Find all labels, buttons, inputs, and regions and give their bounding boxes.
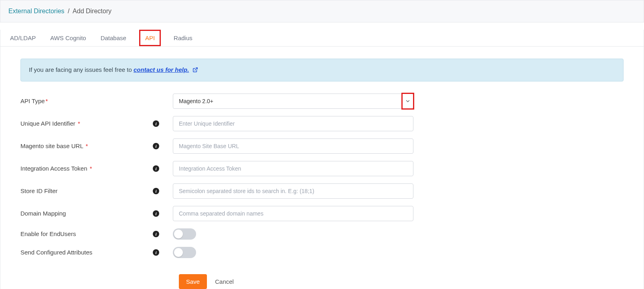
label-api-type: API Type* xyxy=(20,98,153,104)
tab-aws-cognito[interactable]: AWS Cognito xyxy=(49,30,87,46)
form-row-enable-endusers: Enable for EndUsers i xyxy=(20,228,624,240)
content-area: AD/LDAP AWS Cognito Database API Radius … xyxy=(0,30,644,289)
required-asterisk: * xyxy=(78,120,80,127)
enable-endusers-toggle[interactable] xyxy=(173,228,196,240)
api-type-select[interactable]: Magento 2.0+ xyxy=(173,94,413,109)
form-row-base-url: Magento site base URL * i xyxy=(20,138,624,154)
label-base-url-text: Magento site base URL xyxy=(20,142,83,149)
form-row-access-token: Integration Access Token * i xyxy=(20,161,624,176)
label-enable-endusers-text: Enable for EndUsers xyxy=(20,230,76,237)
label-unique-identifier: Unique API Identifier * xyxy=(20,120,153,127)
form-row-domain-mapping: Domain Mapping i xyxy=(20,206,624,221)
info-icon[interactable]: i xyxy=(153,120,159,127)
store-id-input[interactable] xyxy=(173,183,413,199)
label-api-type-text: API Type xyxy=(20,98,45,104)
info-banner-text: If you are facing any issues feel free t… xyxy=(29,66,134,73)
button-row: Save Cancel xyxy=(179,274,624,289)
breadcrumb-current: Add Directory xyxy=(73,8,111,14)
form-row-unique-identifier: Unique API Identifier * i xyxy=(20,116,624,131)
tab-ad-ldap[interactable]: AD/LDAP xyxy=(8,30,37,46)
cancel-button[interactable]: Cancel xyxy=(215,278,234,285)
label-store-id: Store ID Filter xyxy=(20,187,153,194)
form-row-send-attributes: Send Configured Attributes i xyxy=(20,247,624,258)
label-access-token-text: Integration Access Token xyxy=(20,165,87,172)
info-icon[interactable]: i xyxy=(153,249,159,256)
tab-database[interactable]: Database xyxy=(99,30,128,46)
breadcrumb-separator: / xyxy=(68,8,69,14)
label-send-attributes-text: Send Configured Attributes xyxy=(20,249,92,256)
toggle-knob xyxy=(174,248,183,257)
info-icon[interactable]: i xyxy=(153,231,159,237)
api-type-selected-value: Magento 2.0+ xyxy=(179,98,213,104)
label-base-url: Magento site base URL * xyxy=(20,142,153,149)
external-link-icon xyxy=(192,67,198,74)
label-send-attributes: Send Configured Attributes xyxy=(20,249,153,256)
base-url-input[interactable] xyxy=(173,138,413,154)
label-domain-mapping-text: Domain Mapping xyxy=(20,210,66,217)
info-banner: If you are facing any issues feel free t… xyxy=(20,59,624,81)
save-button[interactable]: Save xyxy=(179,274,207,289)
label-unique-identifier-text: Unique API Identifier xyxy=(20,120,75,127)
label-store-id-text: Store ID Filter xyxy=(20,187,58,194)
form-row-store-id: Store ID Filter i xyxy=(20,183,624,199)
required-asterisk: * xyxy=(85,142,88,149)
send-attributes-toggle[interactable] xyxy=(173,247,196,258)
label-access-token: Integration Access Token * xyxy=(20,165,153,172)
info-icon[interactable]: i xyxy=(153,165,159,172)
contact-help-link[interactable]: contact us for help. xyxy=(134,66,189,73)
label-domain-mapping: Domain Mapping xyxy=(20,210,153,217)
breadcrumb-link-external-directories[interactable]: External Directories xyxy=(8,8,65,14)
unique-identifier-input[interactable] xyxy=(173,116,413,131)
header-bar: External Directories / Add Directory xyxy=(0,0,644,22)
info-icon[interactable]: i xyxy=(153,210,159,217)
breadcrumb: External Directories / Add Directory xyxy=(8,8,636,15)
form-row-api-type: API Type* Magento 2.0+ xyxy=(20,94,624,109)
tab-radius[interactable]: Radius xyxy=(172,30,194,46)
info-icon[interactable]: i xyxy=(153,143,159,149)
domain-mapping-input[interactable] xyxy=(173,206,413,221)
tab-api[interactable]: API xyxy=(139,30,161,46)
tab-bar: AD/LDAP AWS Cognito Database API Radius xyxy=(0,30,644,47)
label-enable-endusers: Enable for EndUsers xyxy=(20,230,153,237)
svg-line-0 xyxy=(194,67,197,70)
toggle-knob xyxy=(174,230,183,238)
access-token-input[interactable] xyxy=(173,161,413,176)
info-icon[interactable]: i xyxy=(153,188,159,194)
required-asterisk: * xyxy=(46,98,48,104)
required-asterisk: * xyxy=(90,165,92,172)
